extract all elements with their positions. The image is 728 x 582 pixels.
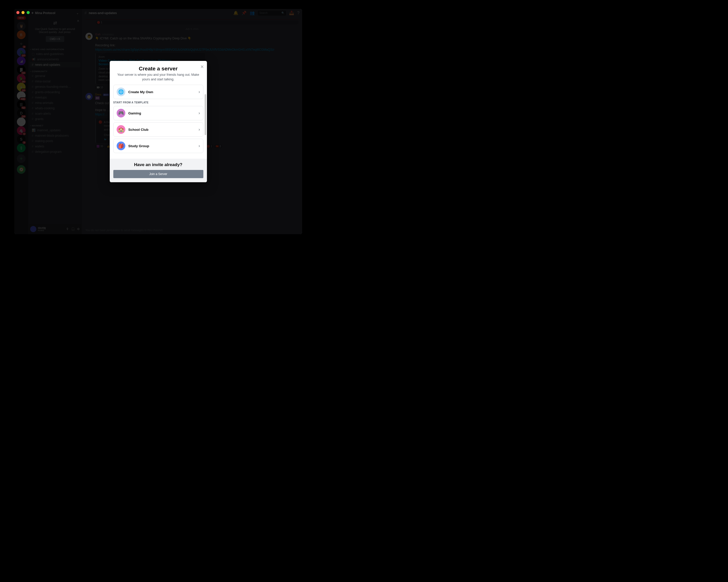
minimize-window-icon[interactable] (22, 11, 25, 14)
chevron-right-icon: › (199, 127, 200, 132)
scrollbar[interactable] (205, 94, 206, 135)
template-icon: 🏫 (116, 125, 125, 134)
template-option[interactable]: 🎮Gaming› (113, 106, 203, 120)
close-icon[interactable]: × (201, 64, 204, 70)
option-label: School Club (128, 128, 196, 131)
chevron-right-icon: › (199, 144, 200, 148)
mac-traffic-lights (16, 11, 30, 14)
option-label: Study Group (128, 144, 196, 148)
globe-icon: 🌐 (116, 87, 125, 96)
template-option[interactable]: 🎒Study Group› (113, 139, 203, 153)
join-server-button[interactable]: Join a Server (113, 170, 203, 178)
template-header: START FROM A TEMPLATE (113, 101, 203, 104)
modal-subtitle: Your server is where you and your friend… (110, 73, 207, 85)
option-label: Gaming (128, 111, 196, 115)
modal-title: Create a server (110, 61, 207, 73)
invite-question: Have an invite already? (113, 162, 203, 168)
close-window-icon[interactable] (16, 11, 20, 14)
chevron-right-icon: › (199, 90, 200, 94)
template-icon: 🎒 (116, 142, 125, 150)
option-create-own[interactable]: 🌐 Create My Own › (113, 85, 203, 99)
template-icon: 🎮 (116, 109, 125, 118)
create-server-modal: × Create a server Your server is where y… (110, 61, 207, 182)
maximize-window-icon[interactable] (27, 11, 30, 14)
option-label: Create My Own (128, 90, 196, 94)
template-option[interactable]: 🏫School Club› (113, 122, 203, 137)
chevron-right-icon: › (199, 111, 200, 116)
